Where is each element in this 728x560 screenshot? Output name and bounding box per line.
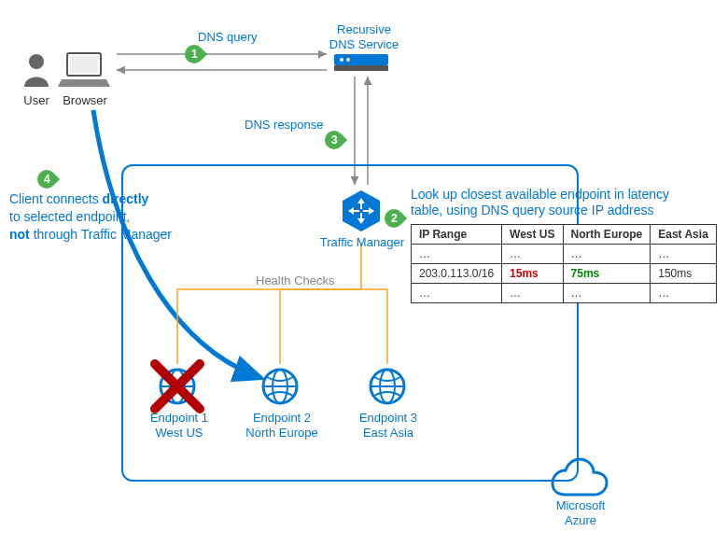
dns-query-label: DNS query bbox=[198, 30, 258, 45]
table-header-row: IP Range West US North Europe East Asia bbox=[412, 225, 717, 245]
laptop-icon bbox=[58, 51, 110, 89]
svg-point-5 bbox=[340, 58, 343, 62]
user-icon bbox=[21, 51, 52, 87]
badge-4: 4 bbox=[34, 166, 60, 192]
endpoint-icon bbox=[259, 366, 301, 407]
badge-1: 1 bbox=[181, 41, 207, 67]
recursive-dns-label: RecursiveDNS Service bbox=[317, 22, 411, 51]
svg-rect-2 bbox=[70, 56, 98, 73]
endpoint3-label: Endpoint 3East Asia bbox=[351, 411, 426, 440]
table-row: … … … … bbox=[412, 245, 717, 264]
traffic-manager-icon bbox=[339, 189, 384, 233]
red-x-icon bbox=[149, 358, 205, 414]
svg-point-0 bbox=[29, 54, 44, 69]
latency-table: IP Range West US North Europe East Asia … bbox=[411, 224, 717, 303]
th-eastasia: East Asia bbox=[651, 225, 717, 245]
health-checks-label: Health Checks bbox=[256, 273, 335, 288]
browser-label: Browser bbox=[62, 93, 108, 108]
dns-response-label: DNS response bbox=[245, 118, 324, 133]
endpoint1-label: Endpoint 1West US bbox=[142, 411, 217, 440]
azure-label: MicrosoftAzure bbox=[551, 498, 610, 527]
dns-server-icon bbox=[334, 54, 388, 71]
lookup-text: Look up closest available endpoint in la… bbox=[411, 187, 719, 218]
client-connects-text: Client connects directlyto selected endp… bbox=[9, 190, 196, 244]
table-row: … … … … bbox=[412, 284, 717, 303]
endpoint-icon bbox=[367, 366, 408, 407]
svg-rect-4 bbox=[334, 65, 388, 71]
endpoint2-label: Endpoint 2North Europe bbox=[239, 411, 325, 440]
badge-3: 3 bbox=[321, 127, 347, 153]
azure-cloud-icon bbox=[549, 457, 609, 497]
user-label: User bbox=[17, 93, 56, 108]
traffic-manager-label: Traffic Manager bbox=[317, 235, 407, 250]
th-northeurope: North Europe bbox=[563, 225, 651, 245]
svg-point-6 bbox=[346, 58, 350, 62]
th-iprange: IP Range bbox=[412, 225, 502, 245]
th-westus: West US bbox=[502, 225, 563, 245]
table-row: 203.0.113.0/16 15ms 75ms 150ms bbox=[412, 264, 717, 284]
